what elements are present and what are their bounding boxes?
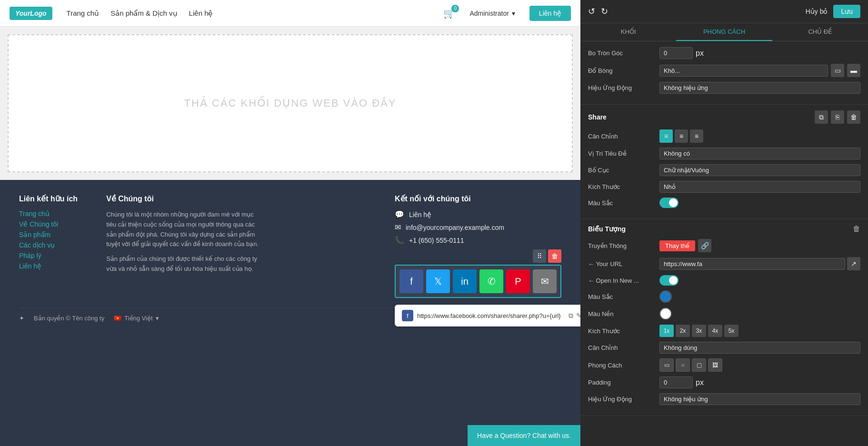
share-section-title: Share ⧉ ⎘ 🗑 xyxy=(588,110,860,124)
align-center-btn[interactable]: ≡ xyxy=(675,129,688,143)
label-can-chinh2: Căn Chỉnh xyxy=(588,344,655,351)
select-hieu-ung-dong-top[interactable]: Không hiệu ứng xyxy=(659,82,860,94)
size-2x-btn[interactable]: 2x xyxy=(676,325,690,337)
label-mau-sac2: Màu Sắc xyxy=(588,293,655,300)
align-left-btn[interactable]: ≡ xyxy=(659,129,673,143)
footer-link-trang-chu[interactable]: Trang chủ xyxy=(19,210,78,218)
style-image-btn[interactable]: 🖼 xyxy=(708,358,722,372)
tab-chu-de[interactable]: CHỦ ĐỀ xyxy=(772,23,868,41)
row-phong-cach: Phong Cách ▭ ○ ▢ 🖼 xyxy=(588,358,860,372)
footer-email-text: info@yourcompany.example.com xyxy=(406,224,504,231)
select-vi-tri-tieu-de[interactable]: Không có xyxy=(659,148,860,159)
tooltip-fb-icon: f xyxy=(402,310,413,321)
save-button[interactable]: Lưu xyxy=(833,5,860,18)
navbar: YourLogo Trang chủ Sản phẩm & Dịch vụ Li… xyxy=(0,0,580,27)
label-mau-sac-top: Màu Sắc xyxy=(588,199,655,207)
input-your-url[interactable] xyxy=(659,258,845,270)
right-panel: ↺ ↻ Hủy bỏ Lưu KHỐI PHONG CÁCH CHỦ ĐỀ Bo… xyxy=(580,0,868,446)
row-open-in-new: ← Open In New ... xyxy=(588,275,860,286)
value-kich-thuoc2: 1x 2x 3x 4x 5x xyxy=(659,325,860,337)
mau-sac-toggle[interactable] xyxy=(659,198,678,208)
label-open-in-new: ← Open In New ... xyxy=(588,277,655,284)
twitter-share-btn[interactable]: 𝕏 xyxy=(426,269,450,293)
align-right-btn[interactable]: ≡ xyxy=(690,129,703,143)
share-grid-icon[interactable]: ⠿ xyxy=(533,249,546,263)
row-padding: Padding px xyxy=(588,377,860,388)
tooltip-copy-btn[interactable]: ⧉ xyxy=(569,312,573,320)
facebook-share-btn[interactable]: f xyxy=(399,269,423,293)
redo-button[interactable]: ↻ xyxy=(601,6,608,17)
admin-label: Administrator xyxy=(469,10,509,17)
do-bong-btn2[interactable]: ▬ xyxy=(847,64,860,77)
tooltip-edit-btn[interactable]: ✎ xyxy=(576,312,580,320)
footer-link-lien-he[interactable]: Liên hệ xyxy=(19,262,78,270)
chat-bubble-icon: 💬 xyxy=(395,210,404,219)
footer: Liên kết hữu ích Trang chủ Về Chúng tôi … xyxy=(0,180,580,446)
label-can-chinh: Căn Chỉnh xyxy=(588,133,655,140)
select-kich-thuoc[interactable]: Nhỏ xyxy=(659,181,860,193)
url-open-btn[interactable]: ↗ xyxy=(847,257,860,270)
value-bo-tron-goc: px xyxy=(659,47,860,59)
cart-icon[interactable]: 🛒0 xyxy=(443,8,455,19)
mau-sac2-color-picker[interactable] xyxy=(659,290,672,303)
mau-nen-color-picker[interactable] xyxy=(659,307,672,320)
size-3x-btn[interactable]: 3x xyxy=(692,325,706,337)
footer-link-ve-chung-toi[interactable]: Về Chúng tôi xyxy=(19,220,78,228)
footer-link-san-pham[interactable]: Sản phẩm xyxy=(19,231,78,238)
nav-trang-chu[interactable]: Trang chủ xyxy=(67,9,100,18)
whatsapp-share-btn[interactable]: ✆ xyxy=(479,269,503,293)
select-do-bong[interactable]: Khô... xyxy=(659,65,828,77)
do-bong-btn1[interactable]: ▭ xyxy=(831,64,844,77)
drop-zone[interactable]: THẢ CÁC KHỐI DỤNG WEB VÀO ĐÂY xyxy=(8,34,573,172)
input-bo-tron-goc[interactable] xyxy=(659,47,693,59)
label-kich-thuoc: Kích Thước xyxy=(588,183,655,190)
share-delete-btn[interactable]: 🗑 xyxy=(548,249,561,263)
footer-link-cac-dich-vu[interactable]: Các dịch vụ xyxy=(19,241,78,249)
share-title-text: Share xyxy=(588,113,607,121)
select-hieu-ung-dong-bot[interactable]: Không hiệu ứng xyxy=(659,393,860,405)
footer-link-phap-ly[interactable]: Pháp lý xyxy=(19,252,78,259)
footer-links-title: Liên kết hữu ích xyxy=(19,194,78,203)
size-1x-btn[interactable]: 1x xyxy=(659,325,674,337)
drop-zone-placeholder: THẢ CÁC KHỐI DỤNG WEB VÀO ĐÂY xyxy=(184,97,397,109)
cart-badge: 0 xyxy=(451,5,459,12)
label-padding: Padding xyxy=(588,379,655,386)
footer-connect-title: Kết nối với chúng tôi xyxy=(395,194,561,203)
size-4x-btn[interactable]: 4x xyxy=(708,325,722,337)
admin-menu[interactable]: Administrator ▾ xyxy=(469,10,515,17)
pinterest-share-btn[interactable]: P xyxy=(506,269,530,293)
label-vi-tri-tieu-de: Vị Trí Tiêu Đề xyxy=(588,150,655,157)
linkedin-share-btn[interactable]: in xyxy=(453,269,477,293)
truyen-thong-link-btn[interactable]: 🔗 xyxy=(698,239,711,252)
style-rounded-btn[interactable]: ▢ xyxy=(692,358,706,372)
footer-language[interactable]: 🇻🇳 Tiếng Việt ▾ xyxy=(114,315,159,322)
share-paste-icon-btn[interactable]: ⎘ xyxy=(831,110,844,124)
share-copy-icon-btn[interactable]: ⧉ xyxy=(815,110,828,124)
row-hieu-ung-dong-top: Hiệu Ứng Động Không hiệu ứng xyxy=(588,82,860,94)
footer-contact-phone: 📞 +1 (650) 555-0111 xyxy=(395,236,561,245)
input-padding[interactable] xyxy=(659,377,693,388)
replace-button[interactable]: Thay thế xyxy=(659,240,695,251)
nav-san-pham[interactable]: Sản phẩm & Dịch vụ xyxy=(110,9,177,18)
select-can-chinh2[interactable]: Không dùng xyxy=(659,342,860,354)
cancel-button[interactable]: Hủy bỏ xyxy=(806,8,828,15)
size-5x-btn[interactable]: 5x xyxy=(724,325,738,337)
nav-lien-he[interactable]: Liên hệ xyxy=(189,9,213,18)
style-circle-btn[interactable]: ○ xyxy=(676,358,690,372)
footer-contact-link[interactable]: Liên hệ xyxy=(409,211,431,218)
select-bo-cuc[interactable]: Chữ nhật/Vuông xyxy=(659,164,860,176)
value-phong-cach: ▭ ○ ▢ 🖼 xyxy=(659,358,860,372)
tab-khoi[interactable]: KHỐI xyxy=(580,23,676,41)
style-square-btn[interactable]: ▭ xyxy=(659,358,674,372)
undo-button[interactable]: ↺ xyxy=(588,6,595,17)
share-title-actions: ⧉ ⎘ 🗑 xyxy=(815,110,860,124)
label-phong-cach: Phong Cách xyxy=(588,362,655,369)
bieu-tuong-delete-btn[interactable]: 🗑 xyxy=(853,225,860,233)
tab-phong-cach[interactable]: PHONG CÁCH xyxy=(676,23,772,41)
share-delete-icon-btn[interactable]: 🗑 xyxy=(847,110,860,124)
chat-button[interactable]: Have a Question? Chat with us. xyxy=(468,425,580,446)
contact-button[interactable]: Liên hệ xyxy=(529,6,571,21)
panel-top-toolbar: ↺ ↻ Hủy bỏ Lưu xyxy=(580,0,868,23)
open-in-new-toggle[interactable] xyxy=(659,275,678,286)
email-share-btn[interactable]: ✉ xyxy=(533,269,557,293)
